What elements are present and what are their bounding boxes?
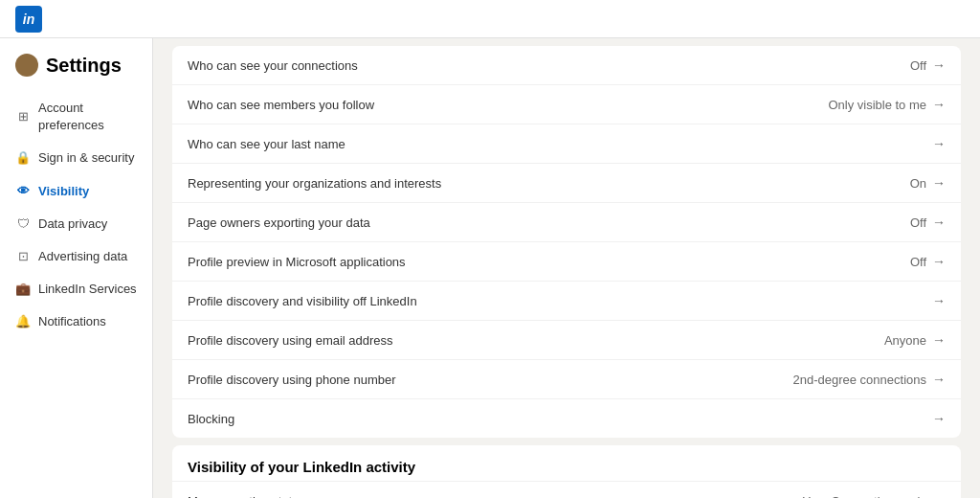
row-label: Profile discovery using email address [188, 333, 884, 348]
visibility-activity-section: Visibility of your LinkedIn activity Man… [172, 445, 961, 498]
settings-row-bottom-0[interactable]: Manage active status Your Connections on… [172, 482, 961, 498]
avatar [15, 54, 38, 77]
arrow-icon: → [932, 254, 946, 269]
sidebar-item-account-preferences[interactable]: ⊞ Account preferences [0, 92, 152, 142]
row-value-group: → [932, 136, 946, 151]
settings-row-top-3[interactable]: Representing your organizations and inte… [172, 164, 961, 203]
sidebar-item-data-privacy[interactable]: 🛡 Data privacy [0, 208, 152, 240]
row-value: Off [910, 58, 926, 73]
row-value: 2nd-degree connections [793, 373, 927, 387]
arrow-icon: → [932, 136, 946, 151]
visibility-icon: 👁 [15, 184, 31, 199]
arrow-icon: → [932, 411, 946, 426]
sidebar-nav: ⊞ Account preferences 🔒 Sign in & securi… [0, 92, 152, 339]
bottom-rows: Manage active status Your Connections on… [172, 482, 961, 498]
top-rows: Who can see your connections Off → Who c… [172, 46, 961, 438]
top-navigation: in [0, 0, 980, 38]
settings-row-top-9[interactable]: Blocking → [172, 399, 961, 438]
row-label: Page owners exporting your data [188, 215, 910, 230]
row-value: Only visible to me [828, 98, 926, 112]
visibility-section-top: Who can see your connections Off → Who c… [172, 46, 961, 438]
settings-row-top-4[interactable]: Page owners exporting your data Off → [172, 203, 961, 242]
row-value: Your Connections only [802, 494, 926, 499]
sidebar-label-visibility: Visibility [38, 183, 89, 200]
arrow-icon: → [932, 215, 946, 230]
row-value-group: 2nd-degree connections → [793, 372, 947, 387]
row-label: Manage active status [188, 494, 802, 499]
settings-row-top-2[interactable]: Who can see your last name → [172, 124, 961, 164]
row-value: Anyone [884, 333, 926, 348]
settings-title: Settings [0, 54, 152, 92]
row-value-group: Anyone → [884, 332, 946, 348]
settings-row-top-1[interactable]: Who can see members you follow Only visi… [172, 85, 961, 124]
data-privacy-icon: 🛡 [15, 216, 31, 232]
row-label: Blocking [188, 412, 932, 426]
sidebar-label-advertising-data: Advertising data [38, 248, 127, 265]
sidebar-item-linkedin-services[interactable]: 💼 LinkedIn Services [0, 273, 152, 306]
arrow-icon: → [932, 293, 946, 308]
arrow-icon: → [932, 175, 946, 191]
linkedin-services-icon: 💼 [15, 282, 31, 297]
sidebar-label-account-preferences: Account preferences [38, 100, 137, 134]
arrow-icon: → [932, 372, 946, 387]
row-label: Representing your organizations and inte… [188, 176, 910, 191]
row-value: Off [910, 215, 926, 230]
arrow-icon: → [932, 57, 946, 73]
sidebar-item-notifications[interactable]: 🔔 Notifications [0, 306, 152, 338]
settings-row-top-0[interactable]: Who can see your connections Off → [172, 46, 961, 85]
sidebar-item-sign-in-security[interactable]: 🔒 Sign in & security [0, 142, 152, 174]
main-content: Who can see your connections Off → Who c… [153, 38, 980, 498]
sidebar: Settings ⊞ Account preferences 🔒 Sign in… [0, 38, 153, 498]
advertising-data-icon: ⊡ [15, 249, 31, 264]
notifications-icon: 🔔 [15, 314, 31, 329]
sidebar-label-linkedin-services: LinkedIn Services [38, 281, 137, 298]
settings-row-top-7[interactable]: Profile discovery using email address An… [172, 321, 961, 360]
row-label: Profile discovery using phone number [188, 373, 793, 387]
arrow-icon: → [932, 493, 946, 498]
sign-in-security-icon: 🔒 [15, 150, 31, 166]
row-value-group: Only visible to me → [828, 97, 946, 112]
row-value: On [910, 176, 926, 191]
row-value: Off [910, 255, 926, 269]
arrow-icon: → [932, 97, 946, 112]
section-header-activity: Visibility of your LinkedIn activity [172, 445, 961, 482]
row-value-group: → [932, 411, 946, 426]
row-label: Who can see members you follow [188, 98, 828, 112]
sidebar-item-visibility[interactable]: 👁 Visibility [0, 175, 152, 208]
row-label: Who can see your last name [188, 137, 932, 151]
row-label: Profile discovery and visibility off Lin… [188, 294, 932, 308]
row-value-group: → [932, 293, 946, 308]
row-value-group: Your Connections only → [802, 493, 946, 498]
row-label: Who can see your connections [188, 58, 910, 73]
row-value-group: On → [910, 175, 946, 191]
sidebar-label-data-privacy: Data privacy [38, 215, 107, 233]
sidebar-label-notifications: Notifications [38, 313, 106, 330]
linkedin-logo-icon: in [15, 6, 42, 33]
row-value-group: Off → [910, 215, 946, 230]
row-value-group: Off → [910, 57, 946, 73]
settings-row-top-5[interactable]: Profile preview in Microsoft application… [172, 242, 961, 282]
sidebar-item-advertising-data[interactable]: ⊡ Advertising data [0, 240, 152, 273]
sidebar-label-sign-in-security: Sign in & security [38, 149, 134, 167]
account-preferences-icon: ⊞ [15, 109, 31, 124]
settings-row-top-8[interactable]: Profile discovery using phone number 2nd… [172, 360, 961, 399]
row-label: Profile preview in Microsoft application… [188, 255, 910, 269]
row-value-group: Off → [910, 254, 946, 269]
arrow-icon: → [932, 332, 946, 348]
settings-row-top-6[interactable]: Profile discovery and visibility off Lin… [172, 282, 961, 321]
